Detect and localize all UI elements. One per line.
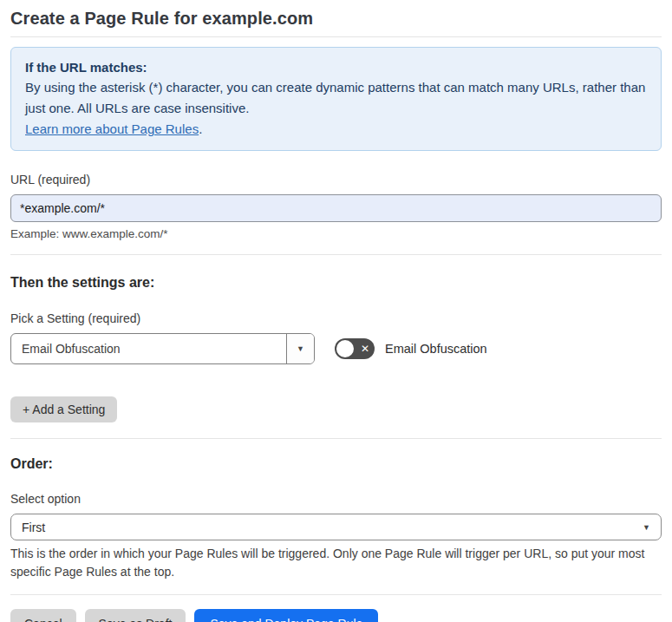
footer-actions: Cancel Save as Draft Save and Deploy Pag… [10, 609, 662, 622]
url-field-label: URL (required) [10, 173, 662, 187]
settings-section-divider [10, 438, 662, 439]
add-setting-button[interactable]: + Add a Setting [10, 396, 117, 422]
setting-picker-label: Pick a Setting (required) [10, 311, 662, 326]
info-box-body: By using the asterisk (*) character, you… [25, 77, 647, 119]
order-select[interactable]: First ▼ [10, 514, 662, 540]
setting-select-value: Email Obfuscation [11, 334, 286, 363]
order-select-label: Select option [10, 492, 662, 507]
setting-row: Email Obfuscation ▼ ✕ Email Obfuscation [10, 333, 662, 364]
order-select-value: First [22, 521, 45, 534]
page-title: Create a Page Rule for example.com [10, 9, 662, 29]
toggle-knob [336, 340, 354, 357]
settings-section-heading: Then the settings are: [10, 275, 662, 291]
toggle-off-x-icon: ✕ [361, 338, 369, 359]
order-help-text: This is the order in which your Page Rul… [10, 545, 652, 581]
setting-select-arrow-button[interactable]: ▼ [286, 334, 314, 363]
url-section-divider [10, 254, 662, 255]
setting-select[interactable]: Email Obfuscation ▼ [10, 333, 315, 364]
link-period: . [199, 121, 202, 136]
info-box-link-line: Learn more about Page Rules. [25, 119, 647, 140]
url-input[interactable] [10, 194, 662, 222]
learn-more-link[interactable]: Learn more about Page Rules [25, 121, 199, 136]
toggle-label: Email Obfuscation [385, 342, 487, 356]
save-and-deploy-button[interactable]: Save and Deploy Page Rule [194, 609, 378, 622]
chevron-down-icon: ▼ [643, 523, 650, 532]
url-match-info-box: If the URL matches: By using the asteris… [10, 47, 662, 151]
email-obfuscation-toggle[interactable]: ✕ [335, 338, 375, 359]
url-example-text: Example: www.example.com/* [10, 227, 662, 240]
create-page-rule-form: Create a Page Rule for example.com If th… [0, 9, 672, 622]
footer-divider [10, 594, 662, 595]
info-box-heading: If the URL matches: [25, 57, 647, 77]
save-as-draft-button[interactable]: Save as Draft [85, 609, 186, 622]
cancel-button[interactable]: Cancel [10, 609, 76, 622]
order-section-heading: Order: [10, 456, 662, 472]
title-divider [10, 36, 662, 37]
email-obfuscation-toggle-group: ✕ Email Obfuscation [335, 338, 487, 359]
dropdown-arrow-icon: ▼ [297, 344, 304, 353]
